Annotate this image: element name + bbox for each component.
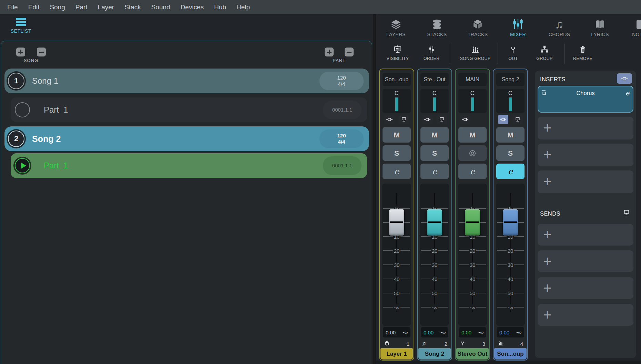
menu-item-edit[interactable]: Edit	[23, 3, 45, 11]
menu-item-part[interactable]: Part	[70, 3, 93, 11]
setlist-row-song-2[interactable]: 2 Song 2 120 4/4	[4, 126, 369, 151]
fader-scale-tick: 40	[383, 276, 410, 282]
fader-scale-tick: 50	[459, 290, 486, 296]
toolbar-button-song-group[interactable]: SONG GROUP	[455, 44, 496, 61]
send-slot-empty[interactable]: +	[538, 250, 633, 272]
solo-button[interactable]: S	[420, 145, 449, 161]
add-part-button[interactable]	[325, 48, 334, 56]
edit-button[interactable]: e	[458, 164, 487, 179]
toolbar-button-out[interactable]: OUT	[502, 44, 525, 61]
play-icon	[21, 163, 26, 169]
channel-name[interactable]: MAIN	[458, 73, 487, 86]
solo-button[interactable]: S	[383, 145, 411, 161]
tab-notes[interactable]: NOTES	[622, 18, 641, 37]
toolbar-button-order[interactable]: ORDER	[418, 44, 445, 61]
insert-icon	[500, 117, 506, 122]
send-slot-empty[interactable]: +	[538, 304, 633, 326]
gain-value-box[interactable]: 0.00 -∞	[421, 327, 448, 337]
gain-value-box[interactable]: 0.00 -∞	[383, 327, 410, 337]
gain-value-box[interactable]: 0.00 -∞	[459, 327, 486, 337]
setlist-icon	[16, 18, 26, 26]
edit-button-active[interactable]: e	[496, 164, 525, 179]
monitor-button[interactable]	[437, 115, 447, 124]
pan-control[interactable]: C	[458, 89, 487, 113]
pan-control[interactable]: C	[420, 89, 449, 113]
channel-name[interactable]: Song 2	[496, 73, 525, 86]
solo-button[interactable]: S	[496, 145, 525, 161]
inserts-bypass-all-button[interactable]	[617, 73, 632, 84]
fader-handle[interactable]	[389, 209, 404, 236]
menu-item-layer[interactable]: Layer	[93, 3, 120, 11]
remove-song-button[interactable]	[37, 48, 46, 56]
plugin-edit-button[interactable]: e	[625, 89, 629, 97]
menu-item-devices[interactable]: Devices	[175, 3, 209, 11]
edit-button[interactable]: e	[383, 164, 411, 179]
sends-monitor-icon[interactable]	[623, 210, 630, 217]
tempo-time-badge[interactable]: 120 4/4	[319, 72, 364, 90]
edit-button[interactable]: e	[420, 164, 449, 179]
toolbar-button-visibility[interactable]: VISIBILITY	[381, 44, 414, 61]
menu-item-stack[interactable]: Stack	[119, 3, 146, 11]
mute-button[interactable]: M	[458, 127, 487, 143]
add-song-button[interactable]	[16, 48, 25, 56]
fader-handle[interactable]	[503, 209, 518, 236]
part-controls-label: PART	[325, 58, 354, 63]
tempo-time-badge[interactable]: 120 4/4	[319, 129, 364, 148]
channel-label[interactable]: Song 2	[418, 348, 451, 360]
tab-setlist[interactable]: SETLIST	[9, 18, 33, 34]
fader-scale-tick: 50	[383, 290, 410, 296]
pan-center-label: C	[458, 90, 487, 97]
setlist-row-part-1[interactable]: Part 1 0001.1.1	[11, 97, 367, 122]
menu-item-help[interactable]: Help	[231, 3, 255, 11]
mute-button[interactable]: M	[420, 127, 449, 143]
insert-routing-button[interactable]	[384, 115, 395, 124]
menu-item-song[interactable]: Song	[44, 3, 70, 11]
setlist-row-song-1[interactable]: 1 Song 1 120 4/4	[4, 69, 369, 93]
monitor-button[interactable]	[399, 115, 409, 124]
tab-mixer[interactable]: MIXER	[499, 18, 537, 37]
insert-slot-empty[interactable]: +	[538, 170, 633, 193]
menu-item-sound[interactable]: Sound	[146, 3, 175, 11]
mute-button[interactable]: M	[496, 127, 525, 143]
toolbar-button-remove[interactable]: REMOVE	[568, 44, 598, 61]
gain-value: 0.00	[461, 330, 471, 335]
insert-routing-button-active[interactable]	[498, 115, 508, 124]
tab-stacks[interactable]: STACKS	[418, 18, 456, 37]
insert-slot-empty[interactable]: +	[538, 117, 633, 139]
insert-slot-empty[interactable]: +	[538, 144, 633, 166]
menu-item-hub[interactable]: Hub	[209, 3, 231, 11]
toolbar-button-group[interactable]: GROUP	[531, 44, 558, 61]
fader-scale-tick: 50	[497, 290, 524, 296]
insert-icon	[621, 76, 628, 81]
channel-name[interactable]: Ste...Out	[420, 73, 449, 86]
channel-label[interactable]: Stereo Out	[456, 348, 489, 360]
channel-number: 2	[445, 341, 447, 347]
channel-name[interactable]: Son...oup	[383, 73, 411, 86]
fader-handle[interactable]	[427, 209, 442, 236]
monitor-button[interactable]	[512, 115, 523, 124]
insert-routing-button[interactable]	[422, 115, 433, 124]
tab-layers[interactable]: LAYERS	[377, 18, 415, 37]
pan-control[interactable]: C	[383, 89, 411, 113]
send-slot-empty[interactable]: +	[538, 277, 633, 299]
fader-handle[interactable]	[465, 209, 480, 236]
insert-routing-button[interactable]	[460, 115, 470, 124]
remove-part-button[interactable]	[345, 48, 354, 56]
fader-scale-tick: 40	[421, 276, 448, 282]
monitor-icon	[401, 117, 407, 122]
send-slot-empty[interactable]: +	[538, 224, 633, 246]
mute-button[interactable]: M	[383, 127, 411, 143]
tab-tracks[interactable]: TRACKS	[459, 18, 497, 37]
fader-handle-line	[466, 221, 479, 223]
channel-label[interactable]: Son...oup	[494, 348, 527, 360]
pan-control[interactable]: C	[496, 89, 525, 113]
play-button[interactable]	[15, 158, 30, 173]
menu-item-file[interactable]: File	[2, 3, 23, 11]
tab-lyrics[interactable]: LYRICS	[581, 18, 619, 37]
tab-chords[interactable]: ♫ CHORDS	[540, 18, 578, 37]
setlist-row-part-1-active[interactable]: Part 1 0001.1.1	[11, 153, 367, 178]
channel-label[interactable]: Layer 1	[380, 348, 413, 360]
gain-value-box[interactable]: 0.00 -∞	[497, 327, 524, 337]
record-button[interactable]	[458, 145, 487, 161]
insert-slot-chorus[interactable]: Chorus e	[538, 86, 633, 113]
